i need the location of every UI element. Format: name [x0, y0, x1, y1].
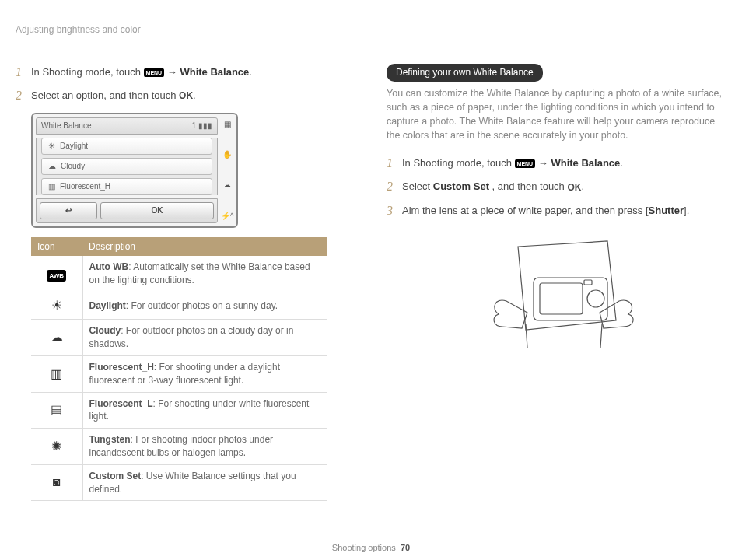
step-1: 1 In Shooting mode, touch MENU → White B… [387, 155, 726, 172]
table-row: ☁Cloudy: For outdoor photos on a cloudy … [31, 320, 327, 356]
step-number: 3 [387, 202, 396, 219]
side-icon: ⚡ᴬ [221, 211, 233, 222]
step-number: 2 [387, 178, 396, 195]
icon-table: Icon Description AWBAuto WB: Automatical… [31, 237, 327, 502]
table-row: ✺Tungsten: For shooting indoor photos un… [31, 429, 327, 465]
back-button[interactable]: ↩ [40, 202, 97, 219]
awb-icon: AWB [47, 270, 66, 282]
table-row: AWBAuto WB: Automatically set the White … [31, 256, 327, 292]
mockup-item-daylight[interactable]: ☀Daylight [41, 138, 212, 155]
step1-arrow: → [167, 66, 180, 78]
side-icon: ✋ [222, 149, 232, 160]
battery-icon: ▮▮▮ [198, 121, 212, 130]
right-column: Defining your own White Balance You can … [387, 64, 726, 502]
section-header: Adjusting brightness and color [16, 23, 156, 40]
side-icon: ▦ [224, 119, 231, 130]
camera-screen-mockup: White Balance 1 ▮▮▮ ☀Daylight ☁Cloudy ▥F… [31, 113, 238, 228]
mockup-header: White Balance 1 ▮▮▮ [36, 117, 218, 135]
step1-text-a: In Shooting mode, touch [31, 66, 144, 78]
fluorescent-icon: ▥ [48, 181, 55, 192]
step-2: 2 Select an option, and then touch OK. [16, 87, 355, 104]
left-column: 1 In Shooting mode, touch MENU → White B… [16, 64, 355, 502]
cloud-icon: ☁ [31, 320, 82, 356]
mockup-item-fluorescent[interactable]: ▥Fluorescent_H [41, 178, 212, 195]
page-footer: Shooting options 70 [0, 542, 742, 554]
ok-icon: OK [567, 181, 581, 194]
step-number: 1 [387, 155, 396, 172]
cloud-icon: ☁ [48, 161, 56, 172]
step-number: 1 [16, 64, 25, 81]
mockup-list: ☀Daylight ☁Cloudy ▥Fluorescent_H [36, 138, 218, 195]
page-number: 70 [401, 543, 410, 552]
fluorescent-l-icon: ▤ [31, 392, 82, 429]
body-text: You can customize the White Balance by c… [387, 86, 726, 143]
mockup-item-cloudy[interactable]: ☁Cloudy [41, 158, 212, 175]
illustration-hands-camera-paper [464, 235, 650, 359]
table-row: ◙Custom Set: Use White Balance settings … [31, 464, 327, 501]
table-row: ▥Fluorescent_H: For shooting under a day… [31, 355, 327, 392]
mockup-side-icons: ▦ ✋ ☁ ⚡ᴬ [221, 117, 233, 223]
step1-wb: White Balance [180, 66, 249, 78]
fluorescent-h-icon: ▥ [31, 355, 82, 392]
footer-section: Shooting options [332, 543, 396, 552]
table-row: ▤Fluorescent_L: For shooting under white… [31, 392, 327, 429]
sun-icon: ☀ [31, 292, 82, 319]
th-icon: Icon [31, 237, 82, 257]
sun-icon: ☀ [48, 141, 55, 152]
tungsten-icon: ✺ [31, 429, 82, 465]
th-desc: Description [82, 237, 327, 257]
subsection-pill: Defining your own White Balance [387, 64, 543, 82]
ok-button[interactable]: OK [100, 202, 214, 219]
ok-icon: OK [179, 89, 193, 103]
step-3: 3 Aim the lens at a piece of white paper… [387, 202, 726, 219]
step-number: 2 [16, 87, 25, 104]
table-row: ☀Daylight: For outdoor photos on a sunny… [31, 292, 327, 319]
menu-icon: MENU [515, 159, 536, 168]
mockup-title: White Balance [41, 121, 91, 131]
menu-icon: MENU [144, 68, 165, 77]
custom-set-icon: ◙ [31, 464, 82, 501]
step-2: 2 Select Custom Set , and then touch OK. [387, 178, 726, 195]
mockup-count: 1 [192, 121, 197, 130]
step2-text: Select an option, and then touch [31, 89, 179, 101]
step-1: 1 In Shooting mode, touch MENU → White B… [16, 64, 355, 81]
side-icon: ☁ [223, 180, 231, 191]
mockup-footer: ↩ OK [36, 198, 218, 223]
